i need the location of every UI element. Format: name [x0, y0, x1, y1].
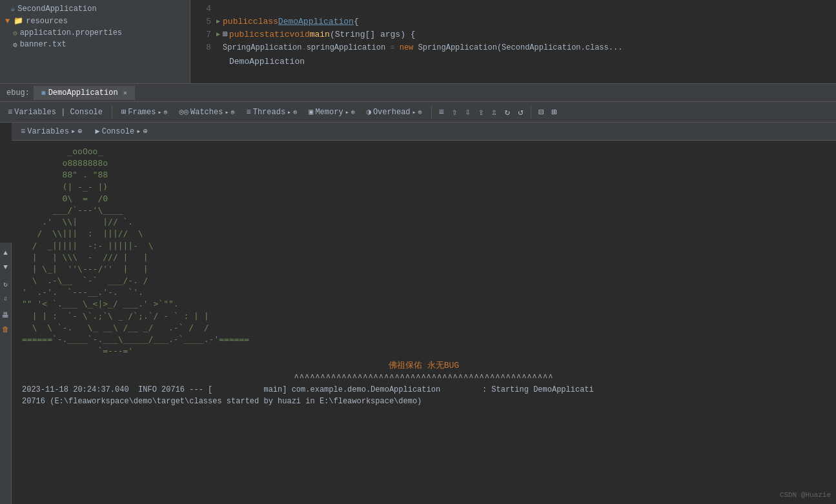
debug-toolbar: ≡ Variables | Console ⊞ Frames ▸ ⊕ ◎◎ Wa… [0, 102, 836, 123]
variables-sub-pin: ⊕ [77, 126, 82, 136]
debug-tab-bar: ebug: ◼ DemoApplication ✕ [0, 84, 836, 102]
step-out-icon-btn[interactable]: ↻ [502, 105, 513, 119]
console-sub-icon: ▶ [95, 126, 99, 136]
file-tree: ☕ SecondApplication ▼ 📁 resources ⚙ appl… [0, 0, 190, 83]
console-sub-pin: ⊕ [143, 126, 147, 136]
breadcrumb-line: DemoApplication [196, 55, 831, 68]
overhead-arrow-icon: ▸ [413, 108, 416, 116]
variables-sub-btn[interactable]: ≡ Variables ▸ ⊕ [17, 125, 86, 137]
layout-icon-btn[interactable]: ⊟ [535, 105, 547, 119]
log-line-1: 2023-11-18 20:24:37.040 INFO 20716 --- [… [22, 385, 826, 394]
console-sub-btn[interactable]: ▶ Console ▸ ⊕ [91, 125, 151, 137]
folder-icon2: 📁 [14, 16, 23, 26]
settings-icon-btn[interactable]: ≡ [436, 105, 447, 119]
properties-icon: ⚙ [13, 29, 17, 37]
memory-icon: ▣ [309, 107, 313, 117]
file-tree-second-application[interactable]: ☕ SecondApplication [0, 3, 190, 15]
buddha-text: 佛祖保佑 永无BUG [22, 359, 826, 371]
console-output: _ooOoo_ o8888888o 88" . "88 (| -_- |) 0\… [12, 141, 836, 504]
reset-btn[interactable]: ↻ [1, 279, 11, 289]
download-icon-btn[interactable]: ⇩ [462, 105, 473, 119]
watches-arrow-icon: ▸ [225, 108, 229, 116]
spring-banner-art: _ooOoo_ o8888888o 88" . "88 (| -_- |) 0\… [22, 146, 826, 357]
content-wrapper: ≡ Variables ▸ ⊕ ▶ Console ▸ ⊕ _ooOoo_ o8… [12, 123, 836, 504]
left-side-panel: ▲ ▼ ↻ ⇩ 🖶 🗑 [0, 243, 12, 504]
frames-arrow-icon: ▸ [158, 108, 161, 116]
overhead-icon: ◑ [367, 107, 371, 117]
variables-sub-arrow: ▸ [71, 126, 76, 136]
import-btn[interactable]: ⇩ [1, 293, 11, 303]
code-line-5: 5 ▶ public class DemoApplication { [196, 15, 831, 28]
threads-btn[interactable]: ≡ Threads ▸ ⊕ [241, 106, 302, 119]
step-into-icon-btn[interactable]: ⇫ [488, 105, 500, 119]
threads-icon: ≡ [246, 108, 250, 117]
sub-toolbar: ≡ Variables ▸ ⊕ ▶ Console ▸ ⊕ [12, 123, 836, 141]
overhead-btn[interactable]: ◑ Overhead ▸ ⊕ [362, 105, 427, 119]
txt-icon: ⚙ [13, 41, 17, 49]
file-tree-resources[interactable]: ▼ 📁 resources [0, 15, 190, 27]
frames-pin-icon: ⊕ [164, 108, 168, 116]
frames-btn[interactable]: ⊞ Frames ▸ ⊕ [116, 105, 173, 119]
variables-icon: ≡ [8, 108, 12, 117]
demo-application-tab[interactable]: ◼ DemoApplication ✕ [34, 86, 135, 100]
watches-pin-icon: ⊕ [230, 108, 234, 116]
console-sub-arrow: ▸ [136, 126, 141, 136]
java-icon: ☕ [10, 4, 15, 14]
separator-1 [112, 106, 112, 119]
memory-pin-icon: ⊕ [351, 108, 355, 116]
file-tree-app-properties[interactable]: ⚙ application.properties [0, 27, 190, 39]
restore-icon-btn[interactable]: ⇧ [449, 105, 460, 119]
bookmark-icon: ⊞ [223, 28, 228, 41]
separator-3 [531, 106, 531, 119]
scroll-up-btn[interactable]: ▲ [1, 248, 11, 258]
more-icon-btn[interactable]: ⊞ [548, 105, 560, 119]
threads-arrow-icon: ▸ [287, 108, 291, 116]
step-over-icon-btn[interactable]: ⇪ [475, 105, 487, 119]
watermark: CSDN @Huazie [780, 491, 831, 499]
threads-pin-icon: ⊕ [293, 108, 297, 116]
delete-btn[interactable]: 🗑 [1, 324, 11, 334]
variables-sub-icon: ≡ [21, 127, 25, 136]
variables-console-btn[interactable]: ≡ Variables | Console [3, 106, 108, 119]
folder-icon: ▼ [5, 17, 10, 26]
tab-icon: ◼ [41, 88, 46, 97]
code-line-7: 7 ▶ ⊞ public static void main (String[] … [196, 28, 831, 41]
separator-2 [431, 106, 432, 119]
scroll-down-btn[interactable]: ▼ [1, 262, 11, 272]
memory-btn[interactable]: ▣ Memory ▸ ⊕ [303, 105, 360, 119]
print-btn[interactable]: 🖶 [1, 310, 11, 320]
close-tab-icon[interactable]: ✕ [123, 89, 127, 97]
caret-line: ^^^^^^^^^^^^^^^^^^^^^^^^^^^^^^^^^^^^^^^^… [22, 374, 826, 383]
watches-icon: ◎◎ [179, 107, 189, 117]
overhead-pin-icon: ⊕ [418, 108, 422, 116]
memory-arrow-icon: ▸ [345, 108, 349, 116]
run-cursor-icon-btn[interactable]: ↺ [515, 105, 526, 119]
code-line-4: 4 ▶ [196, 3, 831, 15]
debug-label: ebug: [3, 88, 34, 97]
log-line-2: 20716 (E:\fleaworkspace\demo\target\clas… [22, 397, 826, 406]
file-tree-banner-txt[interactable]: ⚙ banner.txt [0, 39, 190, 50]
watches-btn[interactable]: ◎◎ Watches ▸ ⊕ [174, 105, 240, 119]
code-editor-top: 4 ▶ 5 ▶ public class DemoApplication { 7… [190, 0, 836, 83]
code-line-8: 8 ▶ SpringApplication.springApplication … [196, 41, 831, 54]
frames-icon: ⊞ [121, 107, 126, 117]
